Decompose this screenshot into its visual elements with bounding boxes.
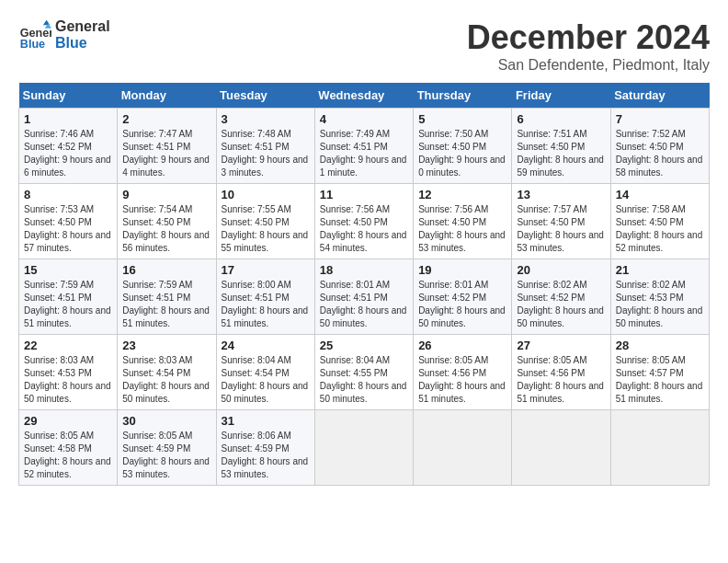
weekday-header-row: SundayMondayTuesdayWednesdayThursdayFrid… (19, 83, 710, 109)
logo: General Blue General Blue (18, 18, 110, 52)
calendar-cell (610, 410, 709, 486)
day-number: 8 (24, 188, 112, 201)
calendar-cell (512, 410, 610, 486)
calendar-cell: 29 Sunrise: 8:05 AMSunset: 4:58 PMDaylig… (19, 410, 118, 486)
calendar-cell: 5 Sunrise: 7:50 AMSunset: 4:50 PMDayligh… (414, 109, 512, 184)
day-detail: Sunrise: 8:02 AMSunset: 4:53 PMDaylight:… (616, 280, 703, 328)
title-area: December 2024 San Defendente, Piedmont, … (467, 18, 710, 74)
day-detail: Sunrise: 8:03 AMSunset: 4:54 PMDaylight:… (122, 355, 210, 404)
calendar-cell: 25 Sunrise: 8:04 AMSunset: 4:55 PMDaylig… (314, 335, 413, 410)
day-detail: Sunrise: 7:52 AMSunset: 4:50 PMDaylight:… (616, 129, 703, 178)
day-number: 9 (122, 188, 210, 201)
calendar-cell: 1 Sunrise: 7:46 AMSunset: 4:52 PMDayligh… (19, 109, 118, 184)
day-detail: Sunrise: 8:02 AMSunset: 4:52 PMDaylight:… (517, 280, 604, 328)
calendar-cell: 4 Sunrise: 7:49 AMSunset: 4:51 PMDayligh… (314, 109, 413, 184)
day-number: 18 (320, 263, 408, 277)
calendar-cell (314, 410, 413, 486)
calendar-cell: 11 Sunrise: 7:56 AMSunset: 4:50 PMDaylig… (314, 184, 413, 259)
calendar-cell: 6 Sunrise: 7:51 AMSunset: 4:50 PMDayligh… (512, 109, 610, 184)
calendar-table: SundayMondayTuesdayWednesdayThursdayFrid… (18, 83, 710, 486)
weekday-header-saturday: Saturday (610, 83, 709, 109)
day-number: 17 (222, 263, 310, 277)
calendar-cell: 15 Sunrise: 7:59 AMSunset: 4:51 PMDaylig… (19, 259, 118, 335)
day-number: 22 (24, 339, 112, 352)
calendar-cell: 3 Sunrise: 7:48 AMSunset: 4:51 PMDayligh… (216, 109, 314, 184)
calendar-cell: 17 Sunrise: 8:00 AMSunset: 4:51 PMDaylig… (216, 259, 314, 335)
calendar-cell: 27 Sunrise: 8:05 AMSunset: 4:56 PMDaylig… (512, 335, 610, 410)
calendar-cell: 13 Sunrise: 7:57 AMSunset: 4:50 PMDaylig… (512, 184, 610, 259)
day-detail: Sunrise: 7:55 AMSunset: 4:50 PMDaylight:… (222, 204, 309, 253)
day-detail: Sunrise: 8:05 AMSunset: 4:56 PMDaylight:… (418, 355, 506, 404)
page-header: General Blue General Blue December 2024 … (18, 18, 710, 74)
day-detail: Sunrise: 8:05 AMSunset: 4:56 PMDaylight:… (517, 355, 604, 404)
day-number: 19 (418, 263, 506, 277)
day-detail: Sunrise: 7:48 AMSunset: 4:51 PMDaylight:… (222, 129, 309, 178)
weekday-header-thursday: Thursday (414, 83, 512, 109)
calendar-week-row: 15 Sunrise: 7:59 AMSunset: 4:51 PMDaylig… (19, 259, 710, 335)
day-number: 13 (517, 188, 605, 201)
calendar-cell: 12 Sunrise: 7:56 AMSunset: 4:50 PMDaylig… (414, 184, 512, 259)
day-detail: Sunrise: 8:00 AMSunset: 4:51 PMDaylight:… (222, 280, 309, 328)
day-number: 16 (122, 263, 210, 277)
calendar-cell: 16 Sunrise: 7:59 AMSunset: 4:51 PMDaylig… (118, 259, 216, 335)
day-number: 11 (320, 188, 408, 201)
calendar-cell: 7 Sunrise: 7:52 AMSunset: 4:50 PMDayligh… (610, 109, 709, 184)
day-number: 25 (320, 339, 408, 352)
calendar-cell: 28 Sunrise: 8:05 AMSunset: 4:57 PMDaylig… (610, 335, 709, 410)
day-detail: Sunrise: 8:01 AMSunset: 4:51 PMDaylight:… (320, 280, 407, 328)
day-detail: Sunrise: 7:46 AMSunset: 4:52 PMDaylight:… (24, 129, 111, 178)
day-detail: Sunrise: 7:59 AMSunset: 4:51 PMDaylight:… (122, 280, 210, 328)
day-detail: Sunrise: 7:49 AMSunset: 4:51 PMDaylight:… (320, 129, 407, 178)
day-number: 29 (24, 414, 112, 428)
day-number: 6 (517, 112, 605, 126)
day-number: 21 (616, 263, 704, 277)
calendar-cell: 2 Sunrise: 7:47 AMSunset: 4:51 PMDayligh… (118, 109, 216, 184)
day-detail: Sunrise: 7:56 AMSunset: 4:50 PMDaylight:… (320, 204, 407, 253)
calendar-cell: 8 Sunrise: 7:53 AMSunset: 4:50 PMDayligh… (19, 184, 118, 259)
day-detail: Sunrise: 8:04 AMSunset: 4:55 PMDaylight:… (320, 355, 407, 404)
weekday-header-sunday: Sunday (19, 83, 118, 109)
svg-text:Blue: Blue (20, 38, 45, 51)
calendar-subtitle: San Defendente, Piedmont, Italy (467, 57, 710, 74)
day-detail: Sunrise: 7:50 AMSunset: 4:50 PMDaylight:… (418, 129, 506, 178)
calendar-cell: 10 Sunrise: 7:55 AMSunset: 4:50 PMDaylig… (216, 184, 314, 259)
weekday-header-monday: Monday (118, 83, 216, 109)
day-number: 10 (222, 188, 310, 201)
calendar-week-row: 22 Sunrise: 8:03 AMSunset: 4:53 PMDaylig… (19, 335, 710, 410)
day-number: 24 (222, 339, 310, 352)
calendar-cell: 26 Sunrise: 8:05 AMSunset: 4:56 PMDaylig… (414, 335, 512, 410)
logo-text-line2: Blue (55, 35, 110, 52)
day-number: 20 (517, 263, 605, 277)
logo-icon: General Blue (18, 18, 51, 52)
calendar-cell: 24 Sunrise: 8:04 AMSunset: 4:54 PMDaylig… (216, 335, 314, 410)
day-number: 3 (222, 112, 310, 126)
day-detail: Sunrise: 8:01 AMSunset: 4:52 PMDaylight:… (418, 280, 506, 328)
calendar-cell: 21 Sunrise: 8:02 AMSunset: 4:53 PMDaylig… (610, 259, 709, 335)
weekday-header-friday: Friday (512, 83, 610, 109)
day-detail: Sunrise: 8:06 AMSunset: 4:59 PMDaylight:… (222, 431, 309, 479)
calendar-cell: 23 Sunrise: 8:03 AMSunset: 4:54 PMDaylig… (118, 335, 216, 410)
day-number: 5 (418, 112, 506, 126)
day-number: 26 (418, 339, 506, 352)
day-number: 4 (320, 112, 408, 126)
calendar-week-row: 8 Sunrise: 7:53 AMSunset: 4:50 PMDayligh… (19, 184, 710, 259)
day-number: 2 (122, 112, 210, 126)
day-number: 12 (418, 188, 506, 201)
day-number: 27 (517, 339, 605, 352)
weekday-header-wednesday: Wednesday (314, 83, 413, 109)
day-number: 15 (24, 263, 112, 277)
day-detail: Sunrise: 7:47 AMSunset: 4:51 PMDaylight:… (122, 129, 210, 178)
day-number: 30 (122, 414, 210, 428)
calendar-week-row: 29 Sunrise: 8:05 AMSunset: 4:58 PMDaylig… (19, 410, 710, 486)
calendar-cell: 31 Sunrise: 8:06 AMSunset: 4:59 PMDaylig… (216, 410, 314, 486)
day-number: 7 (616, 112, 704, 126)
calendar-title: December 2024 (467, 18, 710, 57)
calendar-week-row: 1 Sunrise: 7:46 AMSunset: 4:52 PMDayligh… (19, 109, 710, 184)
day-detail: Sunrise: 7:57 AMSunset: 4:50 PMDaylight:… (517, 204, 604, 253)
day-detail: Sunrise: 8:03 AMSunset: 4:53 PMDaylight:… (24, 355, 111, 404)
day-detail: Sunrise: 7:59 AMSunset: 4:51 PMDaylight:… (24, 280, 111, 328)
day-number: 31 (222, 414, 310, 428)
day-detail: Sunrise: 7:54 AMSunset: 4:50 PMDaylight:… (122, 204, 210, 253)
day-detail: Sunrise: 7:58 AMSunset: 4:50 PMDaylight:… (616, 204, 703, 253)
calendar-cell: 22 Sunrise: 8:03 AMSunset: 4:53 PMDaylig… (19, 335, 118, 410)
